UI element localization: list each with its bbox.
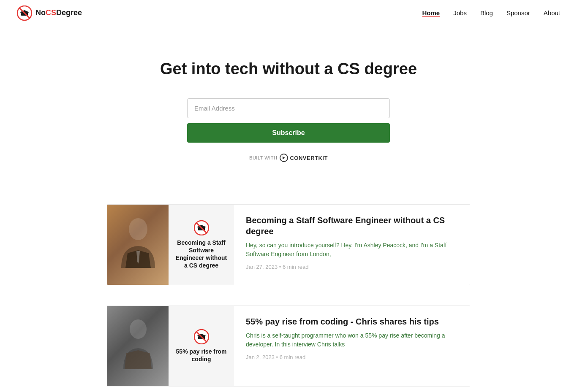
nav-home[interactable]: Home [422, 9, 440, 16]
article-thumbnail: Becoming a Staff Software Engineeer with… [107, 205, 234, 285]
nav-sponsor[interactable]: Sponsor [506, 9, 530, 16]
nav-about[interactable]: About [544, 9, 560, 16]
article-card[interactable]: Becoming a Staff Software Engineeer with… [107, 204, 470, 285]
person-silhouette [117, 314, 159, 378]
article-separator: • [279, 264, 283, 270]
logo-icon [17, 5, 32, 21]
built-with-label: BUILT WITH ConvertKit [249, 154, 328, 162]
article-thumbnail: 55% pay rise from coding [107, 306, 234, 386]
article-read-time: 6 min read [280, 354, 305, 360]
convertkit-logo: ConvertKit [280, 154, 328, 162]
article-date: Jan 27, 2023 [246, 264, 278, 270]
email-input[interactable] [187, 98, 390, 118]
hero-headline: Get into tech without a CS degree [8, 60, 569, 78]
thumb-text: Becoming a Staff Software Engineeer with… [175, 239, 227, 270]
thumb-overlay: 55% pay rise from coding [169, 306, 234, 386]
article-title: Becoming a Staff Software Engineer witho… [246, 215, 458, 237]
article-date: Jan 2, 2023 [246, 354, 275, 360]
thumb-text: 55% pay rise from coding [175, 348, 227, 363]
hero-section: Get into tech without a CS degree Subscr… [0, 26, 577, 187]
subscribe-button[interactable]: Subscribe [187, 123, 390, 143]
article-photo [107, 306, 169, 386]
thumb-overlay: Becoming a Staff Software Engineeer with… [169, 205, 234, 285]
article-meta: Jan 27, 2023 • 6 min read [246, 264, 458, 270]
subscribe-form: Subscribe BUILT WITH ConvertKit [187, 98, 390, 162]
article-body: 55% pay rise from coding - Chris shares … [234, 306, 470, 386]
article-body: Becoming a Staff Software Engineer witho… [234, 205, 470, 285]
no-cs-badge-icon [194, 220, 209, 235]
article-excerpt: Chris is a self-taught programmer who wo… [246, 331, 458, 349]
article-separator: • [276, 354, 280, 360]
article-read-time: 6 min read [283, 264, 308, 270]
logo[interactable]: NoCSDegree [17, 5, 82, 21]
article-meta: Jan 2, 2023 • 6 min read [246, 354, 458, 360]
nav-jobs[interactable]: Jobs [453, 9, 467, 16]
person-silhouette [117, 213, 159, 276]
article-title: 55% pay rise from coding - Chris shares … [246, 316, 458, 327]
nav-blog[interactable]: Blog [480, 9, 493, 16]
svg-point-6 [129, 218, 147, 240]
logo-text: NoCSDegree [35, 8, 82, 17]
article-excerpt: Hey, so can you introduce yourself? Hey,… [246, 241, 458, 259]
article-photo [107, 205, 169, 285]
article-card[interactable]: 55% pay rise from coding 55% pay rise fr… [107, 305, 470, 387]
site-header: NoCSDegree Home Jobs Blog Sponsor About [0, 0, 577, 26]
convertkit-icon [280, 154, 288, 162]
no-cs-badge-icon [194, 329, 209, 344]
articles-section: Becoming a Staff Software Engineeer with… [98, 204, 479, 387]
svg-point-12 [130, 319, 147, 339]
main-nav: Home Jobs Blog Sponsor About [422, 9, 560, 16]
